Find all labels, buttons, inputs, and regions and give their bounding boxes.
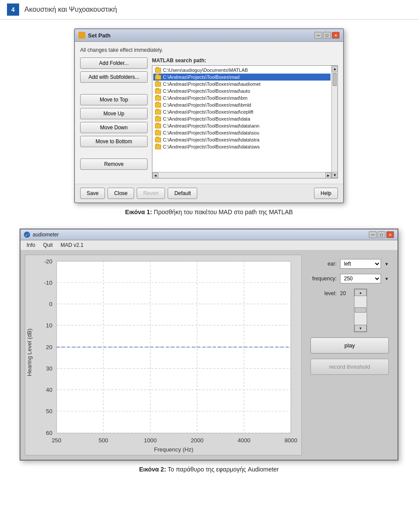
folder-icon	[155, 75, 161, 80]
menu-info[interactable]: Info	[23, 241, 39, 249]
audiometer-window: audiometer ─ □ ✕ Info Quit MAD v2.1	[20, 229, 398, 461]
slider-down-arrow[interactable]: ▼	[354, 325, 367, 332]
move-up-button[interactable]: Move Up	[80, 108, 148, 119]
svg-text:2000: 2000	[191, 437, 203, 444]
figure1-caption-text: Προσθήκη του πακέτου MAD στο path της MA…	[154, 209, 293, 215]
folder-icon	[155, 124, 161, 128]
svg-text:-10: -10	[44, 279, 52, 286]
path-item[interactable]: C:\Andreas\Projects\ToolBoxes\mad\bmld	[153, 101, 330, 108]
titlebar-buttons: ─ □ ✕	[314, 32, 340, 39]
level-control-row: level: 20 ▲ ▼	[310, 289, 389, 332]
separator1	[80, 85, 148, 91]
path-item[interactable]: C:\Andreas\Projects\ToolBoxes\mad\ceplif…	[153, 108, 330, 115]
path-item-selected[interactable]: C:\Andreas\Projects\ToolBoxes\mad	[153, 74, 330, 81]
record-threshold-button[interactable]: record threshold	[310, 359, 389, 375]
audiometer-title: audiometer	[33, 232, 59, 238]
ear-dropdown-arrow: ▼	[384, 262, 389, 266]
audiogram-chart: -20 -10 0 10 20 30 40 50 60 250 500 1000…	[25, 255, 301, 455]
folder-icon	[155, 89, 161, 94]
svg-text:Hearing Level (dB): Hearing Level (dB)	[26, 329, 33, 377]
scroll-thumb[interactable]	[333, 73, 337, 86]
maximize-button[interactable]: □	[323, 32, 331, 39]
scroll-track[interactable]	[332, 72, 337, 172]
svg-text:0: 0	[49, 301, 52, 307]
path-item[interactable]: C:\Andreas\Projects\ToolBoxes\mad\audiom…	[153, 81, 330, 88]
audiometer-titlebar: audiometer ─ □ ✕	[20, 229, 398, 240]
slider-track[interactable]	[354, 296, 367, 325]
ear-control-row: ear: left right ▼	[310, 259, 389, 269]
dialog-body: All changes take effect immediately. Add…	[75, 42, 343, 184]
path-item[interactable]: C:\Andreas\Projects\ToolBoxes\mad\data\s…	[153, 143, 330, 150]
h-scroll-track[interactable]	[158, 172, 325, 178]
folder-icon	[155, 145, 161, 149]
svg-text:20: 20	[46, 344, 53, 350]
path-item[interactable]: C:\Andreas\Projects\ToolBoxes\mad\auto	[153, 88, 330, 94]
page-title: Ακουστική και Ψυχοακουστική	[24, 6, 117, 13]
audiometer-titlebar-left: audiometer	[24, 232, 59, 238]
ear-select[interactable]: left right	[340, 259, 381, 269]
titlebar-left: Set Path	[78, 32, 111, 39]
add-folder-button[interactable]: Add Folder...	[80, 57, 148, 69]
add-subfolders-button[interactable]: Add with Subfolders...	[80, 71, 148, 83]
menu-quit[interactable]: Quit	[40, 241, 56, 249]
scroll-left-arrow[interactable]: ◄	[152, 172, 158, 178]
audiometer-menubar: Info Quit MAD v2.1	[20, 240, 398, 250]
move-to-top-button[interactable]: Move to Top	[80, 94, 148, 105]
move-to-bottom-button[interactable]: Move to Bottom	[80, 136, 148, 147]
dialog-subtitle: All changes take effect immediately.	[80, 47, 338, 53]
path-label: MATLAB search path:	[152, 57, 338, 64]
dialog-footer: Save Close Revert Default Help	[75, 184, 343, 202]
help-button[interactable]: Help	[314, 188, 338, 199]
audiometer-main-content: -20 -10 0 10 20 30 40 50 60 250 500 1000…	[20, 250, 398, 460]
folder-icon	[155, 96, 161, 101]
scroll-down-arrow[interactable]: ▼	[332, 172, 338, 178]
svg-text:10: 10	[46, 322, 53, 329]
frequency-select[interactable]: 250 500 1000 2000 4000 8000	[340, 274, 381, 283]
path-item[interactable]: C:\Andreas\Projects\ToolBoxes\mad\data	[153, 115, 330, 122]
slider-thumb[interactable]	[355, 307, 366, 313]
audiometer-close[interactable]: ✕	[386, 231, 394, 238]
svg-text:40: 40	[46, 387, 53, 393]
close-dialog-button[interactable]: Close	[108, 188, 134, 199]
folder-icon	[155, 131, 161, 135]
level-label: level:	[310, 289, 337, 296]
save-button[interactable]: Save	[80, 188, 105, 199]
frequency-dropdown-arrow: ▼	[384, 276, 389, 281]
figure2-container: audiometer ─ □ ✕ Info Quit MAD v2.1	[0, 229, 418, 473]
audiometer-maximize[interactable]: □	[378, 231, 385, 238]
slider-up-arrow[interactable]: ▲	[354, 289, 367, 296]
scroll-up-arrow[interactable]: ▲	[332, 66, 338, 72]
folder-icon	[155, 110, 161, 114]
figure2-caption: Εικόνα 2: Το παράθυρο της εφαρμογής Audi…	[139, 466, 279, 473]
level-slider[interactable]: ▲ ▼	[354, 289, 367, 332]
path-item[interactable]: C:\Andreas\Projects\ToolBoxes\mad\bm	[153, 94, 330, 101]
path-item[interactable]: C:\Andreas\Projects\ToolBoxes\mad\data\a…	[153, 122, 330, 129]
remove-button[interactable]: Remove	[80, 158, 148, 170]
dialog-content: Add Folder... Add with Subfolders... Mov…	[80, 57, 338, 178]
svg-text:60: 60	[46, 430, 53, 437]
frequency-label: frequency:	[310, 276, 337, 282]
vertical-scrollbar[interactable]: ▲ ▼	[331, 66, 337, 178]
path-item[interactable]: C:\Andreas\Projects\ToolBoxes\mad\data\s…	[153, 136, 330, 143]
menu-mad-version[interactable]: MAD v2.1	[57, 241, 87, 249]
move-down-button[interactable]: Move Down	[80, 122, 148, 133]
path-item[interactable]: C:\Users\audioguy\Documents\MATLAB	[153, 67, 330, 74]
scroll-right-arrow[interactable]: ►	[325, 172, 331, 178]
path-list-inner: C:\Users\audioguy\Documents\MATLAB C:\An…	[152, 66, 331, 151]
dialog-right-panel: MATLAB search path: C:\Users\audioguy\Do…	[152, 57, 338, 178]
path-list[interactable]: C:\Users\audioguy\Documents\MATLAB C:\An…	[152, 65, 338, 178]
play-button[interactable]: play	[310, 337, 389, 354]
separator2	[80, 150, 148, 156]
path-item[interactable]: C:\Andreas\Projects\ToolBoxes\mad\data\s…	[153, 129, 330, 136]
svg-text:250: 250	[52, 437, 61, 444]
folder-icon	[155, 117, 161, 121]
close-button[interactable]: ✕	[332, 32, 340, 39]
audiometer-minimize[interactable]: ─	[369, 231, 377, 238]
dialog-titlebar: Set Path ─ □ ✕	[75, 29, 343, 42]
dialog-left-panel: Add Folder... Add with Subfolders... Mov…	[80, 57, 148, 178]
revert-button[interactable]: Revert	[137, 188, 165, 199]
minimize-button[interactable]: ─	[314, 32, 322, 39]
default-button[interactable]: Default	[168, 188, 197, 199]
horizontal-scrollbar[interactable]: ◄ ►	[152, 172, 331, 178]
controls-panel: ear: left right ▼ frequency: 250 500 100…	[306, 255, 393, 455]
